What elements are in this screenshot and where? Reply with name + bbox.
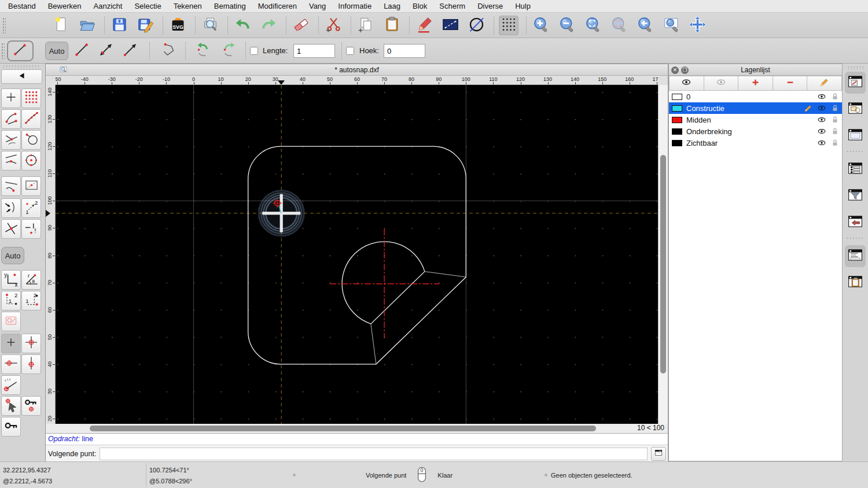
toolbar-handle[interactable] (847, 66, 863, 69)
zoom-pan-button[interactable] (687, 16, 707, 35)
snap-intersection-manual-button[interactable]: ! (21, 219, 41, 239)
remove-layer-button[interactable] (773, 76, 808, 91)
angle-snap-button[interactable] (1, 375, 21, 395)
save-button[interactable] (109, 16, 129, 35)
hoek-input[interactable] (384, 44, 425, 58)
menu-selectie[interactable]: Selectie (134, 2, 161, 10)
layer-row-zichtbaar[interactable]: Zichtbaar (669, 137, 842, 149)
coord-cartesian-button[interactable]: yx (1, 270, 21, 290)
menu-diverse[interactable]: Diverse (477, 2, 503, 10)
menu-bewerken[interactable]: Bewerken (48, 2, 82, 10)
library-browser-panel-toggle[interactable] (845, 125, 866, 147)
paste-button[interactable] (382, 16, 402, 35)
snap-free-button[interactable] (1, 88, 21, 108)
auto-mode-button[interactable]: Auto (45, 42, 68, 60)
snap-middle-button[interactable] (1, 151, 21, 171)
layer-lock-icon[interactable] (831, 127, 839, 135)
restrict-horizontal-button[interactable] (1, 354, 21, 374)
layer-panel-titlebar[interactable]: ✕ ❐ Lagenlijst (669, 64, 842, 76)
layer-visibility-icon[interactable] (817, 138, 826, 147)
layer-edit-pencil-icon[interactable] (804, 104, 812, 113)
zoom-auto-button[interactable] (583, 16, 603, 35)
layer-visibility-icon[interactable] (817, 115, 826, 124)
export-svg-button[interactable]: SVG (168, 16, 187, 35)
line-angle-button[interactable] (96, 41, 116, 61)
horizontal-scrollbar-thumb[interactable] (90, 426, 596, 431)
vertical-scrollbar-thumb[interactable] (660, 155, 666, 374)
snap-grid-button[interactable] (21, 88, 41, 108)
layer-lock-icon[interactable] (831, 139, 839, 147)
add-layer-button[interactable] (738, 76, 773, 91)
open-folder-button[interactable] (77, 16, 97, 35)
block-list-panel-toggle[interactable] (845, 98, 866, 120)
layer-list-panel-toggle[interactable] (845, 72, 866, 94)
restrict-directions-button[interactable] (1, 198, 21, 218)
line-attributes-button[interactable] (440, 16, 460, 35)
restrict-orthogonal-button[interactable] (21, 334, 41, 353)
command-input[interactable] (100, 448, 648, 460)
cut-button[interactable] (323, 16, 343, 35)
print-preview-button[interactable] (200, 16, 220, 35)
toolbar-handle[interactable] (1, 43, 5, 59)
cad-canvas[interactable] (56, 85, 659, 424)
layer-visibility-icon[interactable] (817, 127, 826, 136)
layer-visibility-icon[interactable] (817, 103, 826, 113)
menu-bestand[interactable]: Bestand (8, 2, 36, 10)
zoom-redraw-button[interactable] (635, 16, 655, 35)
snap-center-button[interactable] (21, 151, 41, 171)
menu-bemating[interactable]: Bemating (214, 2, 246, 10)
menu-laag[interactable]: Laag (384, 2, 400, 10)
snap-endpoints-button[interactable] (1, 109, 21, 129)
clipboard-panel-toggle[interactable] (845, 272, 866, 294)
layer-lock-icon[interactable] (831, 104, 839, 112)
menu-informatie[interactable]: Informatie (338, 2, 372, 10)
hide-all-layers-button[interactable] (704, 76, 739, 91)
copy-button[interactable] (356, 16, 376, 35)
menu-hulp[interactable]: Hulp (515, 2, 531, 10)
toolbar-handle[interactable] (2, 65, 39, 68)
snap-intersection-button[interactable] (1, 219, 21, 239)
horizontal-scrollbar[interactable] (56, 424, 637, 433)
restrict-vertical-button[interactable] (21, 354, 41, 374)
lengte-checkbox[interactable] (250, 47, 258, 55)
draw-order-button[interactable] (1, 312, 21, 331)
relative-corner-2-button[interactable]: 12 (21, 291, 41, 310)
zoom-window-button[interactable] (661, 16, 681, 35)
lengte-input[interactable] (293, 44, 335, 58)
show-all-layers-button[interactable] (669, 76, 704, 91)
back-button[interactable] (1, 69, 42, 84)
line-ray-button[interactable] (120, 41, 140, 61)
snap-on-entity-button[interactable] (21, 109, 41, 129)
redo-segment-button[interactable] (219, 41, 239, 61)
snap-bounding-button[interactable] (21, 176, 41, 196)
save-as-button[interactable] (135, 16, 155, 35)
relative-zero-button[interactable] (1, 417, 21, 437)
snap-nearest-button[interactable] (1, 130, 21, 150)
edit-layer-button[interactable] (807, 76, 842, 91)
layer-row-constructie[interactable]: Constructie (669, 102, 842, 114)
new-file-button[interactable] (51, 16, 71, 35)
snap-auto-button[interactable]: Auto (1, 247, 24, 264)
undo-button[interactable] (233, 16, 252, 35)
layer-lock-icon[interactable] (831, 116, 839, 124)
layer-row-onderbreking[interactable]: Onderbreking (669, 125, 842, 137)
delete-eraser-button[interactable] (291, 16, 311, 35)
vertical-scrollbar[interactable] (658, 85, 668, 424)
circle-ortho-button[interactable] (466, 16, 486, 35)
coord-polar-button[interactable]: ra (21, 270, 41, 290)
selection-filter-panel-toggle[interactable] (845, 185, 866, 207)
current-line-tool-button[interactable] (7, 40, 34, 61)
named-views-panel-toggle[interactable] (845, 212, 866, 234)
line-two-points-button[interactable] (72, 41, 91, 61)
restrict-nothing-button[interactable] (1, 334, 21, 353)
menu-aanzicht[interactable]: Aanzicht (94, 2, 123, 10)
drawing-window-titlebar[interactable]: * autosnap.dxf (46, 64, 668, 76)
hoek-checkbox[interactable] (346, 47, 354, 55)
menu-blok[interactable]: Blok (413, 2, 427, 10)
zoom-previous-button[interactable] (609, 16, 629, 35)
zoom-out-button[interactable] (557, 16, 577, 35)
command-line-panel-toggle[interactable] (845, 245, 866, 267)
redo-button[interactable] (259, 16, 278, 35)
snap-tangent-button[interactable] (21, 130, 41, 150)
layer-visibility-icon[interactable] (817, 92, 826, 101)
